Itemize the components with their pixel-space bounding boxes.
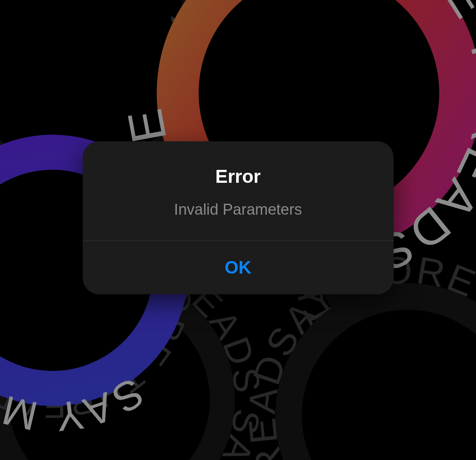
ok-button[interactable]: OK	[83, 241, 394, 294]
error-alert: Error Invalid Parameters OK	[83, 141, 394, 294]
alert-body: Error Invalid Parameters	[83, 141, 394, 240]
alert-title: Error	[99, 165, 377, 187]
ok-button-label: OK	[225, 257, 252, 278]
alert-message: Invalid Parameters	[99, 201, 377, 218]
